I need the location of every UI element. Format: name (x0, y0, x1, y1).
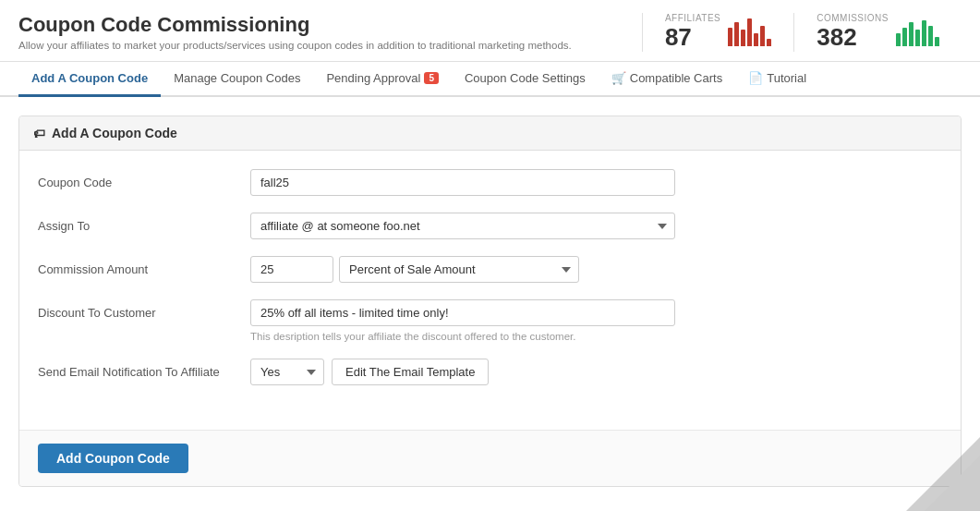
chart-bar (728, 28, 732, 46)
assign-to-control: affiliate @ at someone foo.net (250, 213, 942, 239)
assign-to-select[interactable]: affiliate @ at someone foo.net (250, 213, 675, 239)
tab-settings[interactable]: Coupon Code Settings (452, 62, 599, 97)
coupon-code-row: Coupon Code (38, 169, 942, 196)
discount-help-text: This desription tells your affiliate the… (250, 331, 942, 342)
doc-icon: 📄 (748, 71, 763, 85)
coupon-code-input[interactable] (250, 169, 675, 196)
commissions-row: COMMISSIONS 382 (817, 13, 939, 52)
email-notification-row: Send Email Notification To Affiliate Yes… (38, 359, 942, 385)
commission-type-select[interactable]: Percent of Sale Amount Flat Amount (339, 256, 579, 283)
affiliates-label: AFFILIATES (665, 13, 720, 23)
chart-bar (902, 28, 907, 46)
commission-amount-input[interactable] (250, 256, 333, 283)
assign-to-row: Assign To affiliate @ at someone foo.net (38, 213, 942, 239)
edit-email-template-button[interactable]: Edit The Email Template (332, 359, 489, 385)
tab-label: Coupon Code Settings (465, 71, 586, 85)
email-notification-label: Send Email Notification To Affiliate (38, 359, 250, 379)
cart-icon: 🛒 (611, 71, 626, 85)
coupon-code-control (250, 169, 942, 196)
chart-bar (909, 22, 913, 46)
chart-bar (915, 30, 920, 46)
commissions-stat: COMMISSIONS 382 (793, 13, 962, 52)
tab-badge: 5 (424, 72, 439, 84)
chart-bar (928, 26, 933, 46)
header: Coupon Code Commissioning Allow your aff… (0, 0, 980, 62)
chart-bar (734, 22, 739, 46)
tab-label: Tutorial (767, 71, 806, 85)
page-subtitle: Allow your affiliates to market your pro… (18, 40, 572, 51)
tab-pending[interactable]: Pending Approval5 (313, 62, 451, 97)
tab-manage-codes[interactable]: Manage Coupon Codes (161, 62, 313, 97)
tab-label: Manage Coupon Codes (174, 71, 300, 85)
header-stats: AFFILIATES 87 COMMISSIONS 382 (642, 13, 962, 52)
tab-label: Compatible Carts (630, 71, 722, 85)
chart-bar (754, 33, 758, 46)
chart-bar (767, 39, 771, 46)
chart-bar (747, 18, 752, 46)
email-notification-select[interactable]: Yes No (250, 359, 324, 385)
assign-to-label: Assign To (38, 213, 250, 233)
affiliates-chart (728, 18, 771, 46)
page-title: Coupon Code Commissioning (18, 13, 572, 37)
commissions-value: 382 (817, 23, 889, 52)
affiliates-value: 87 (665, 23, 720, 52)
page-wrapper: Coupon Code Commissioning Allow your aff… (0, 0, 980, 511)
affiliates-row: AFFILIATES 87 (665, 13, 771, 52)
discount-input[interactable] (250, 299, 675, 326)
chart-bar (741, 30, 745, 46)
discount-control: This desription tells your affiliate the… (250, 299, 942, 342)
coupon-code-label: Coupon Code (38, 169, 250, 189)
card-header: 🏷 Add A Coupon Code (19, 116, 961, 151)
commission-amount-label: Commission Amount (38, 256, 250, 276)
header-left: Coupon Code Commissioning Allow your aff… (18, 13, 572, 51)
add-coupon-card: 🏷 Add A Coupon Code Coupon Code Assign T… (18, 116, 962, 487)
tab-tutorial[interactable]: 📄Tutorial (735, 62, 819, 97)
card-title: Add A Coupon Code (52, 126, 177, 140)
discount-label: Discount To Customer (38, 299, 250, 320)
tab-label: Add A Coupon Code (31, 71, 148, 85)
tab-carts[interactable]: 🛒Compatible Carts (599, 62, 735, 97)
commission-amount-control: Percent of Sale Amount Flat Amount (250, 256, 942, 283)
commissions-chart (896, 18, 939, 46)
card-body: Coupon Code Assign To affiliate @ at som… (19, 151, 961, 430)
affiliates-stat: AFFILIATES 87 (642, 13, 793, 52)
card-footer: Add Coupon Code (19, 430, 961, 486)
chart-bar (922, 20, 926, 46)
email-notification-control: Yes No Edit The Email Template (250, 359, 942, 385)
chart-bar (896, 33, 901, 46)
add-coupon-button[interactable]: Add Coupon Code (38, 444, 188, 473)
email-row: Yes No Edit The Email Template (250, 359, 942, 385)
commission-inputs: Percent of Sale Amount Flat Amount (250, 256, 942, 283)
chart-bar (760, 26, 765, 46)
tabs-bar: Add A Coupon CodeManage Coupon CodesPend… (0, 62, 980, 97)
commission-amount-row: Commission Amount Percent of Sale Amount… (38, 256, 942, 283)
commissions-label: COMMISSIONS (817, 13, 889, 23)
tag-icon: 🏷 (33, 127, 45, 140)
chart-bar (935, 37, 939, 46)
main-content: 🏷 Add A Coupon Code Coupon Code Assign T… (0, 97, 980, 505)
discount-row: Discount To Customer This desription tel… (38, 299, 942, 342)
tab-label: Pending Approval (326, 71, 420, 85)
tab-add-coupon[interactable]: Add A Coupon Code (18, 62, 161, 97)
